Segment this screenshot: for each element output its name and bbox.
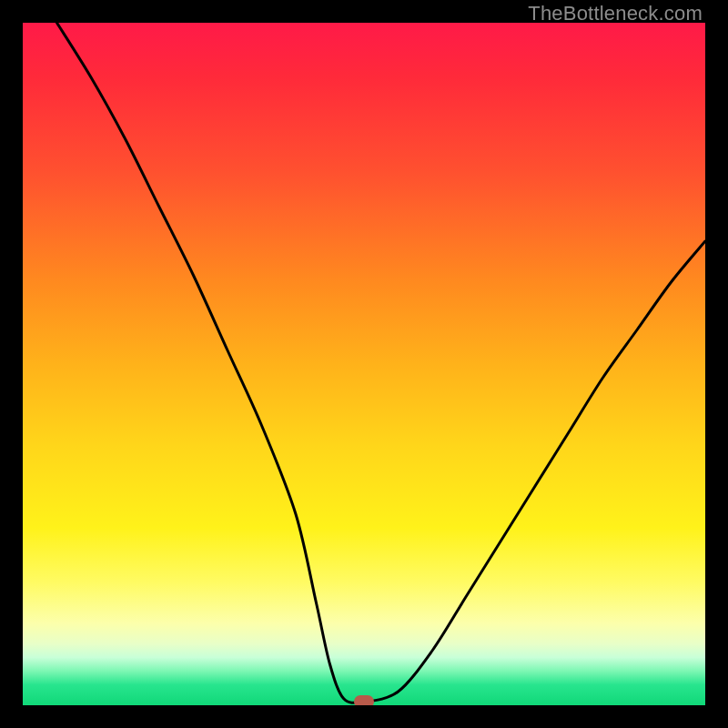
plot-area bbox=[23, 23, 705, 705]
optimum-marker bbox=[354, 695, 374, 705]
bottleneck-curve bbox=[57, 23, 706, 703]
chart-frame: TheBottleneck.com bbox=[0, 0, 728, 728]
curve-layer bbox=[23, 23, 705, 705]
watermark-text: TheBottleneck.com bbox=[528, 2, 703, 25]
